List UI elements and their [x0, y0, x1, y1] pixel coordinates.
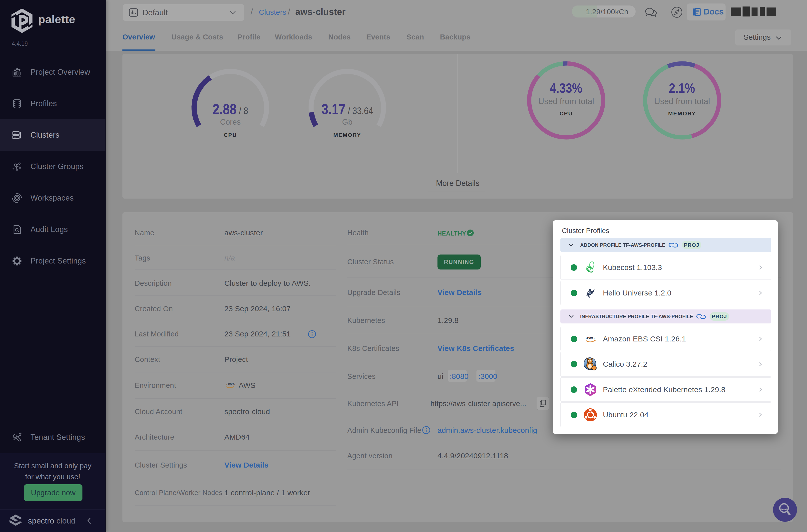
svg-text:aws: aws [586, 335, 595, 340]
svg-text:aws: aws [226, 381, 236, 386]
